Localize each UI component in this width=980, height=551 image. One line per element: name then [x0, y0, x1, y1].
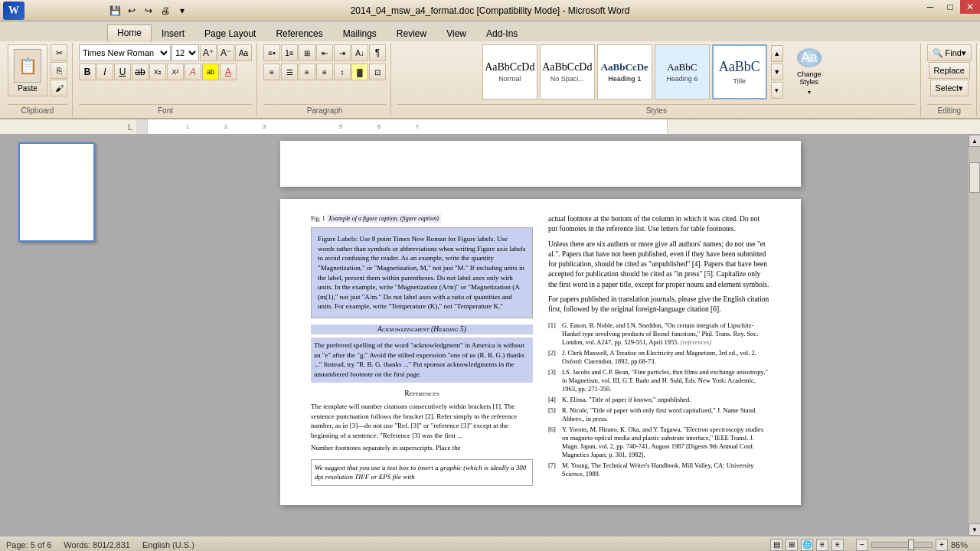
quick-access-more[interactable]: ▾: [175, 3, 190, 18]
align-center-button[interactable]: ☰: [281, 64, 298, 80]
clipboard-group: 📋 Paste ✂ ⎘ 🖌 Clipboard: [3, 43, 73, 116]
style-normal-label: Normal: [498, 75, 521, 83]
tab-mailings[interactable]: Mailings: [333, 25, 387, 41]
tab-page-layout[interactable]: Page Layout: [194, 25, 266, 41]
font-group-content: Times New Roman 12 A⁺ A⁻ Aa B I U ab X₂ …: [79, 44, 252, 104]
style-heading6[interactable]: AaBbC Heading 6: [655, 44, 710, 99]
acknowledgment-heading: Acknowledgment (Heading 5): [311, 324, 533, 334]
style-heading1[interactable]: AaBbCcDe Heading 1: [597, 44, 652, 99]
justify-button[interactable]: ≡: [316, 64, 333, 80]
numbering-button[interactable]: 1≡: [281, 44, 298, 61]
styles-scroll-down[interactable]: ▼: [771, 64, 783, 80]
outline-btn[interactable]: ≡: [816, 539, 828, 551]
paragraph-label: Paragraph: [263, 104, 386, 115]
zoom-thumb[interactable]: [908, 540, 914, 550]
select-button[interactable]: Select ▾: [930, 80, 969, 96]
page-thumbnail[interactable]: [18, 142, 95, 242]
paragraph-row1: ≡• 1≡ ⊞ ⇤ ⇥ A↓ ¶: [263, 44, 386, 61]
styles-scroll-up[interactable]: ▲: [771, 45, 783, 62]
show-formatting-button[interactable]: ¶: [369, 44, 386, 61]
zoom-level[interactable]: 86%: [951, 540, 974, 549]
scroll-down-button[interactable]: ▼: [969, 523, 980, 536]
bullets-button[interactable]: ≡•: [263, 44, 280, 61]
sort-button[interactable]: A↓: [351, 44, 368, 61]
zoom-slider[interactable]: [871, 542, 933, 548]
paste-button[interactable]: 📋 Paste: [8, 44, 47, 96]
style-normal[interactable]: AaBbCcDd Normal: [482, 44, 537, 99]
web-layout-btn[interactable]: 🌐: [801, 539, 813, 551]
zoom-out-button[interactable]: −: [856, 539, 868, 551]
tab-add-ins[interactable]: Add-Ins: [476, 25, 528, 41]
replace-button[interactable]: Replace: [929, 62, 970, 79]
align-right-button[interactable]: ≡: [299, 64, 315, 80]
align-left-button[interactable]: ≡: [263, 64, 280, 80]
tab-view[interactable]: View: [436, 25, 476, 41]
paste-icon: 📋: [14, 49, 41, 83]
minimize-button[interactable]: ─: [920, 0, 940, 14]
style-title[interactable]: AaBbC Title: [712, 44, 767, 99]
copy-button[interactable]: ⎘: [51, 62, 67, 79]
font-color-button[interactable]: A: [220, 64, 237, 80]
clipboard-group-content: 📋 Paste ✂ ⎘ 🖌: [8, 44, 67, 104]
zoom-in-button[interactable]: +: [936, 539, 948, 551]
acknowledgment-body: The preferred spelling of the word "ackn…: [311, 337, 533, 382]
document-columns: Fig. 1 Example of a figure caption. (fig…: [311, 214, 770, 486]
cut-button[interactable]: ✂: [51, 44, 67, 61]
style-heading1-label: Heading 1: [608, 75, 641, 83]
app-logo: W: [3, 2, 24, 20]
style-heading6-preview: AaBbC: [667, 61, 697, 73]
font-name-select[interactable]: Times New Roman: [79, 44, 171, 61]
superscript-button[interactable]: X²: [167, 64, 184, 80]
print-layout-btn[interactable]: ▤: [770, 539, 782, 551]
close-button[interactable]: ✕: [960, 0, 980, 14]
strikethrough-button[interactable]: ab: [132, 64, 149, 80]
underline-button[interactable]: U: [114, 64, 131, 80]
maximize-button[interactable]: □: [940, 0, 960, 14]
select-arrow: ▾: [959, 83, 963, 93]
print-button[interactable]: 🖨: [158, 3, 173, 18]
vertical-scrollbar[interactable]: ▲ ▼: [968, 135, 980, 536]
redo-button[interactable]: ↪: [141, 3, 156, 18]
draft-btn[interactable]: ≡: [831, 539, 844, 551]
ruler-toggle[interactable]: L: [124, 122, 136, 132]
left-column: Fig. 1 Example of a figure caption. (fig…: [311, 214, 533, 486]
bold-button[interactable]: B: [79, 64, 96, 80]
borders-button[interactable]: ⊡: [369, 64, 386, 80]
decrease-indent-button[interactable]: ⇤: [316, 44, 333, 61]
multilevel-list-button[interactable]: ⊞: [299, 44, 315, 61]
full-reading-btn[interactable]: ⊞: [786, 539, 798, 551]
scroll-thumb[interactable]: [969, 162, 980, 193]
text-effects-button[interactable]: A: [185, 64, 201, 80]
italic-button[interactable]: I: [96, 64, 113, 80]
tab-review[interactable]: Review: [387, 25, 436, 41]
footnote-intro: Number footnotes separately in superscri…: [311, 443, 533, 453]
change-case-button[interactable]: Aa: [235, 44, 252, 61]
tab-references[interactable]: References: [266, 25, 332, 41]
undo-button[interactable]: ↩: [124, 3, 139, 18]
tab-insert[interactable]: Insert: [152, 25, 194, 41]
change-styles-button[interactable]: Aa ChangeStyles ▾: [788, 44, 831, 99]
document-area[interactable]: Fig. 1 Example of a figure caption. (fig…: [113, 135, 968, 536]
styles-nav: ▲ ▼ ▾: [771, 45, 783, 99]
document-page: Fig. 1 Example of a figure caption. (fig…: [280, 199, 801, 505]
font-shrink-button[interactable]: A⁻: [217, 44, 234, 61]
shading-button[interactable]: ▓: [351, 64, 368, 80]
font-grow-button[interactable]: A⁺: [200, 44, 217, 61]
font-size-select[interactable]: 12: [172, 44, 199, 61]
style-no-spacing[interactable]: AaBbCcDd No Spaci...: [540, 44, 595, 99]
scroll-track[interactable]: [969, 147, 980, 523]
line-spacing-button[interactable]: ↕: [334, 64, 351, 80]
tab-home[interactable]: Home: [107, 24, 152, 42]
styles-more[interactable]: ▾: [771, 82, 783, 99]
increase-indent-button[interactable]: ⇥: [334, 44, 351, 61]
highlight-button[interactable]: ab: [202, 64, 219, 80]
find-button[interactable]: 🔍 Find ▾: [927, 44, 972, 61]
subscript-button[interactable]: X₂: [149, 64, 166, 80]
format-painter-button[interactable]: 🖌: [51, 80, 67, 96]
ref-item-2: [2] J. Clerk Maxwell, A Treatise on Elec…: [548, 349, 770, 366]
select-label: Select: [936, 83, 959, 93]
footnote-box: We suggest that you use a text box to in…: [311, 459, 533, 486]
ref-item-5: [5] R. Nicole, "Title of paper with only…: [548, 406, 770, 423]
save-button[interactable]: 💾: [107, 3, 122, 18]
scroll-up-button[interactable]: ▲: [969, 135, 980, 147]
